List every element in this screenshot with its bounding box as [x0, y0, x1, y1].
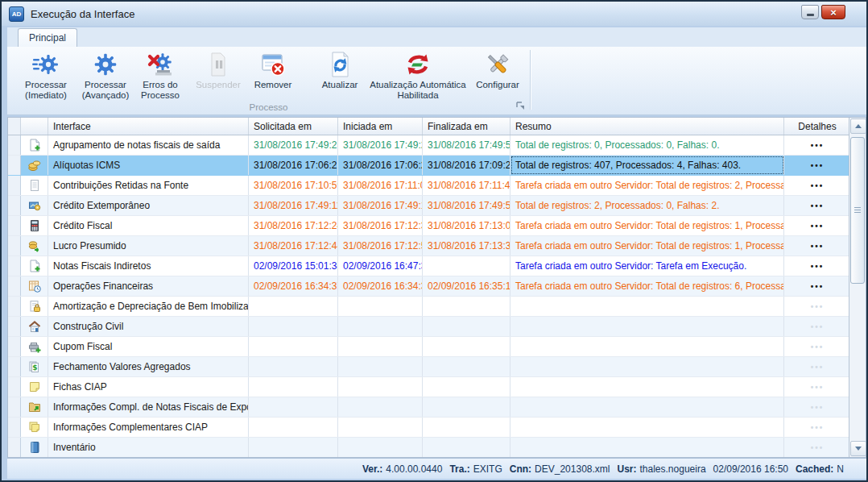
- table-row[interactable]: Fichas CIAP •••: [8, 377, 850, 397]
- titlebar: AD Execução da Interface ×: [2, 2, 866, 26]
- table-row[interactable]: Lucro Presumido 31/08/2016 17:12:44 31/0…: [8, 236, 850, 256]
- cell-solicitada-em: [249, 397, 338, 417]
- details-button[interactable]: •••: [784, 377, 850, 397]
- table-row[interactable]: Operações Financeiras 02/09/2016 16:34:3…: [8, 276, 850, 297]
- row-indicator: [8, 397, 21, 417]
- details-button[interactable]: •••: [784, 176, 850, 195]
- table-row[interactable]: Cupom Fiscal •••: [8, 337, 850, 357]
- table-row[interactable]: $ Fechamento Valores Agregados •••: [8, 357, 850, 377]
- cell-iniciada-em: [338, 418, 423, 437]
- status-bar: Ver.:4.00.00.0440Tra.:EXITGCnn:DEV_20130…: [7, 458, 866, 479]
- details-button[interactable]: •••: [784, 135, 850, 155]
- ribbon-button-processar-imediato[interactable]: Processar(Imediato): [17, 50, 75, 108]
- ribbon-button-suspender[interactable]: Suspender: [189, 50, 247, 108]
- header-iniciada-em[interactable]: Iniciada em: [338, 118, 423, 135]
- scroll-up-icon[interactable]: [850, 118, 866, 134]
- table-row[interactable]: Amortização e Depreciação de Bem Imobili…: [8, 297, 850, 317]
- cell-interface: Notas Fiscais Indiretos: [48, 256, 249, 276]
- interface-grid: Interface Solicitada em Iniciada em Fina…: [7, 117, 866, 458]
- close-button[interactable]: ×: [821, 5, 845, 19]
- coins-icon: [21, 156, 48, 175]
- cell-solicitada-em: 31/08/2016 17:12:44: [249, 236, 338, 256]
- row-indicator: [8, 216, 21, 235]
- table-row[interactable]: Construção Civil •••: [8, 317, 850, 337]
- row-indicator: [8, 176, 21, 195]
- vertical-scrollbar[interactable]: [849, 118, 866, 457]
- details-button[interactable]: •••: [784, 156, 850, 175]
- details-button[interactable]: •••: [784, 216, 850, 235]
- cell-resumo: [510, 357, 784, 376]
- cell-interface: Cupom Fiscal: [48, 337, 249, 356]
- scroll-down-icon[interactable]: [850, 441, 866, 456]
- grid-header: Interface Solicitada em Iniciada em Fina…: [8, 118, 866, 135]
- row-indicator: [8, 256, 21, 276]
- table-row[interactable]: Crédito Fiscal 31/08/2016 17:12:24 31/08…: [8, 216, 850, 236]
- dialog-launcher-icon[interactable]: [515, 100, 526, 110]
- table-row[interactable]: Crédito Extemporâneo 31/08/2016 17:49:11…: [8, 196, 850, 216]
- ellipsis-icon: •••: [811, 242, 825, 251]
- statusbar-segment: Tra.:EXITG: [449, 463, 502, 475]
- cell-finalizada-em: [423, 418, 510, 437]
- cell-interface: Fichas CIAP: [48, 377, 249, 397]
- details-button[interactable]: •••: [784, 276, 850, 296]
- ellipsis-icon: •••: [811, 322, 825, 331]
- header-interface[interactable]: Interface: [48, 118, 249, 135]
- table-row[interactable]: Notas Fiscais Indiretos 02/09/2016 15:01…: [8, 256, 850, 276]
- details-button[interactable]: •••: [784, 438, 850, 457]
- details-button[interactable]: •••: [784, 236, 850, 256]
- cell-interface: Alíquotas ICMS: [48, 156, 249, 175]
- row-indicator: [8, 297, 21, 316]
- ribbon-button-atualizacao-automatica[interactable]: Atualização AutomáticaHabilitada: [366, 50, 469, 108]
- statusbar-segment: 02/09/2016 16:50: [713, 463, 788, 475]
- tab-principal[interactable]: Principal: [18, 28, 77, 47]
- table-row[interactable]: Informações Compl. de Notas Fiscais de E…: [8, 397, 850, 418]
- ribbon-button-processar-avancado[interactable]: Processar(Avançado): [76, 50, 134, 108]
- ellipsis-icon: •••: [811, 343, 825, 351]
- details-button[interactable]: •••: [784, 317, 850, 336]
- cell-resumo: [510, 377, 784, 397]
- table-row[interactable]: Informações Complementares CIAP •••: [8, 418, 850, 438]
- table-row[interactable]: Alíquotas ICMS 31/08/2016 17:06:21 31/08…: [8, 156, 850, 176]
- ribbon-button-atualizar[interactable]: Atualizar: [316, 50, 363, 108]
- house-icon: [21, 317, 48, 336]
- minimize-button[interactable]: [801, 5, 819, 19]
- ribbon-button-erros-do-processo[interactable]: Erros doProcesso: [134, 50, 186, 108]
- window-title: Execução da Interface: [31, 8, 134, 20]
- scrollbar-thumb[interactable]: [850, 137, 865, 284]
- pause-doc-icon: [205, 51, 232, 78]
- cell-resumo: [510, 438, 784, 457]
- ellipsis-icon: •••: [811, 443, 825, 452]
- refresh-icon: [326, 51, 353, 78]
- details-button[interactable]: •••: [784, 256, 850, 276]
- cell-iniciada-em: 31/08/2016 17:06:24: [338, 156, 423, 175]
- cell-iniciada-em: [338, 297, 423, 316]
- header-finalizada-em[interactable]: Finalizada em: [423, 118, 510, 135]
- ribbon-tabstrip: Principal: [7, 27, 866, 47]
- details-button[interactable]: •••: [784, 196, 850, 215]
- cell-solicitada-em: 31/08/2016 17:10:59: [249, 176, 338, 195]
- cell-interface: Amortização e Depreciação de Bem Imobili…: [48, 297, 249, 316]
- ellipsis-icon: •••: [811, 423, 825, 432]
- details-button[interactable]: •••: [784, 357, 850, 376]
- details-button[interactable]: •••: [784, 297, 850, 316]
- row-indicator: [8, 377, 21, 397]
- details-button[interactable]: •••: [784, 397, 850, 417]
- header-solicitada-em[interactable]: Solicitada em: [249, 118, 338, 135]
- header-resumo[interactable]: Resumo: [510, 118, 784, 135]
- row-indicator: [8, 438, 21, 457]
- cell-solicitada-em: [249, 337, 338, 356]
- ellipsis-icon: •••: [811, 383, 825, 392]
- cell-interface: Informações Compl. de Notas Fiscais de E…: [48, 397, 249, 417]
- ribbon-button-remover[interactable]: Remover: [249, 50, 297, 108]
- table-row[interactable]: Contribuições Retidas na Fonte 31/08/201…: [8, 176, 850, 196]
- table-row[interactable]: Inventário •••: [8, 438, 850, 458]
- details-button[interactable]: •••: [784, 337, 850, 356]
- table-row[interactable]: Agrupamento de notas fiscais de saída 31…: [8, 135, 850, 156]
- details-button[interactable]: •••: [784, 418, 850, 437]
- tools-icon: [484, 51, 511, 78]
- cell-solicitada-em: 31/08/2016 17:06:21: [249, 156, 338, 175]
- ribbon-button-configurar[interactable]: Configurar: [474, 50, 521, 108]
- gear-error-icon: [147, 51, 174, 78]
- cell-iniciada-em: [338, 337, 423, 356]
- header-detalhes[interactable]: Detalhes: [784, 118, 850, 135]
